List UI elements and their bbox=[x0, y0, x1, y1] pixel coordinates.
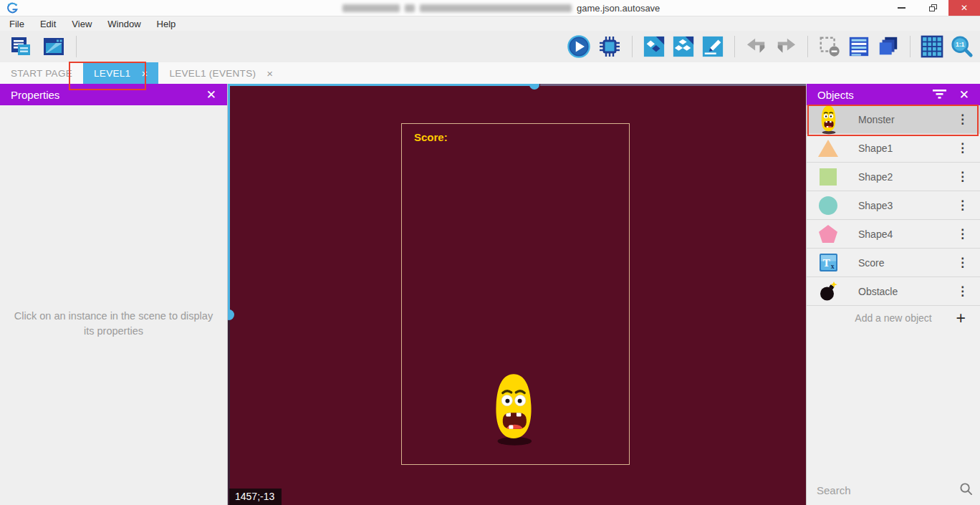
scene-canvas[interactable]: Score: 1457;-13 bbox=[228, 84, 806, 505]
object-menu-icon[interactable]: ⋮ bbox=[953, 284, 971, 299]
objects-close-icon[interactable]: ✕ bbox=[959, 87, 969, 102]
filter-icon[interactable] bbox=[933, 89, 946, 101]
circle-thumbnail-icon bbox=[817, 196, 840, 215]
pentagon-thumbnail-icon bbox=[817, 224, 840, 244]
vertical-scrollbar-track[interactable] bbox=[228, 320, 230, 505]
menu-view[interactable]: View bbox=[64, 17, 100, 31]
object-label: Shape3 bbox=[858, 200, 953, 211]
tab-start-page[interactable]: START PAGE bbox=[0, 62, 83, 84]
minimize-button[interactable] bbox=[885, 0, 917, 16]
properties-panel-header: Properties ✕ bbox=[0, 84, 227, 105]
object-row-score[interactable]: T x Score ⋮ bbox=[807, 249, 980, 277]
objects-panel: Objects ✕ Monster ⋮ bbox=[806, 84, 980, 505]
objects-search-input[interactable] bbox=[817, 484, 959, 496]
redo-icon[interactable] bbox=[774, 37, 797, 57]
horizontal-scrollbar-track[interactable] bbox=[540, 84, 806, 86]
object-row-obstacle[interactable]: Obstacle ⋮ bbox=[807, 277, 980, 306]
redacted-title-segment bbox=[405, 4, 415, 12]
zoom-ratio-text: 1:1 bbox=[956, 41, 965, 48]
object-menu-icon[interactable]: ⋮ bbox=[953, 112, 971, 127]
monster-sprite[interactable] bbox=[490, 371, 537, 447]
debug-icon[interactable] bbox=[597, 34, 622, 59]
preview-play-icon[interactable] bbox=[567, 34, 591, 59]
properties-close-icon[interactable]: ✕ bbox=[206, 87, 216, 102]
export-icon[interactable] bbox=[643, 35, 666, 58]
horizontal-scroll-handle[interactable] bbox=[529, 84, 539, 90]
object-menu-icon[interactable]: ⋮ bbox=[953, 169, 971, 184]
toolbar-separator bbox=[807, 36, 808, 57]
menu-window[interactable]: Window bbox=[100, 17, 148, 31]
vertical-scrollbar[interactable] bbox=[228, 84, 230, 312]
instances-list-icon[interactable] bbox=[847, 35, 870, 58]
window-controls: ✕ bbox=[885, 0, 980, 16]
tab-level1[interactable]: LEVEL1 × bbox=[83, 62, 158, 84]
objects-search-row bbox=[807, 475, 980, 505]
object-label: Shape1 bbox=[858, 143, 953, 154]
vertical-scroll-handle[interactable] bbox=[228, 309, 234, 320]
close-button[interactable]: ✕ bbox=[948, 0, 980, 16]
object-row-shape3[interactable]: Shape3 ⋮ bbox=[807, 191, 980, 220]
tx-glyph-x: x bbox=[830, 262, 834, 270]
object-row-shape4[interactable]: Shape4 ⋮ bbox=[807, 220, 980, 249]
zoom-1-1-icon[interactable]: 1:1 bbox=[950, 35, 974, 58]
tab-label: LEVEL1 (EVENTS) bbox=[169, 68, 256, 79]
objects-title: Objects bbox=[817, 89, 854, 101]
object-row-shape1[interactable]: Shape1 ⋮ bbox=[807, 134, 980, 163]
cursor-coordinates-badge: 1457;-13 bbox=[229, 489, 282, 505]
undo-icon[interactable] bbox=[745, 37, 768, 57]
start-page-icon[interactable] bbox=[42, 36, 66, 57]
close-icon: ✕ bbox=[961, 3, 968, 13]
refresh-render-icon[interactable] bbox=[672, 35, 695, 58]
object-label: Shape4 bbox=[858, 229, 953, 240]
redacted-title-segment bbox=[420, 4, 572, 12]
project-manager-icon[interactable] bbox=[9, 36, 33, 57]
gdevelop-window: game.json.autosave ✕ File Edit View Wind… bbox=[0, 0, 980, 505]
object-label: Monster bbox=[858, 114, 953, 125]
score-text-object[interactable]: Score: bbox=[414, 131, 448, 143]
menu-bar: File Edit View Window Help bbox=[0, 16, 980, 31]
add-new-object-button[interactable]: Add a new object + bbox=[807, 306, 980, 330]
object-label: Obstacle bbox=[858, 286, 953, 297]
tab-label: LEVEL1 bbox=[94, 68, 130, 79]
tab-close-icon[interactable]: × bbox=[266, 68, 273, 79]
square-thumbnail-icon bbox=[817, 168, 840, 186]
redacted-title-segment bbox=[342, 4, 400, 12]
toolbar-separator bbox=[76, 36, 77, 57]
object-label: Shape2 bbox=[858, 171, 953, 183]
document-title-text: game.json.autosave bbox=[577, 3, 660, 14]
minimize-icon bbox=[898, 7, 905, 9]
gdevelop-logo-icon bbox=[6, 2, 19, 14]
bomb-thumbnail-icon bbox=[817, 282, 840, 302]
grid-icon[interactable] bbox=[921, 35, 943, 58]
menu-file[interactable]: File bbox=[1, 17, 32, 31]
tx-glyph-t: T bbox=[822, 256, 830, 269]
horizontal-scrollbar[interactable] bbox=[228, 84, 534, 86]
deselect-instances-icon[interactable] bbox=[818, 35, 841, 58]
toolbar-separator bbox=[910, 36, 911, 57]
properties-panel: Properties ✕ Click on an instance in the… bbox=[0, 84, 228, 505]
tab-close-icon[interactable]: × bbox=[141, 68, 148, 79]
menu-edit[interactable]: Edit bbox=[32, 17, 64, 31]
object-menu-icon[interactable]: ⋮ bbox=[953, 140, 971, 155]
text-object-thumbnail-icon: T x bbox=[817, 254, 840, 271]
object-row-shape2[interactable]: Shape2 ⋮ bbox=[807, 163, 980, 191]
triangle-thumbnail-icon bbox=[817, 139, 840, 158]
restore-icon bbox=[929, 4, 937, 11]
object-menu-icon[interactable]: ⋮ bbox=[953, 226, 971, 241]
layers-icon[interactable] bbox=[877, 35, 900, 58]
toolbar-separator bbox=[734, 36, 735, 57]
monster-thumbnail-icon bbox=[817, 105, 840, 135]
tab-level1-events[interactable]: LEVEL1 (EVENTS) × bbox=[158, 62, 284, 84]
restore-button[interactable] bbox=[917, 0, 948, 16]
properties-title: Properties bbox=[11, 89, 59, 101]
object-row-monster[interactable]: Monster ⋮ bbox=[807, 105, 980, 134]
object-menu-icon[interactable]: ⋮ bbox=[953, 198, 971, 213]
search-icon bbox=[959, 482, 973, 499]
object-menu-icon[interactable]: ⋮ bbox=[953, 255, 971, 270]
title-bar: game.json.autosave ✕ bbox=[0, 0, 980, 16]
add-new-object-label: Add a new object bbox=[855, 312, 931, 324]
edit-scene-icon[interactable] bbox=[701, 35, 724, 58]
plus-icon: + bbox=[956, 310, 966, 327]
menu-help[interactable]: Help bbox=[149, 17, 184, 31]
objects-panel-spacer bbox=[807, 330, 980, 475]
